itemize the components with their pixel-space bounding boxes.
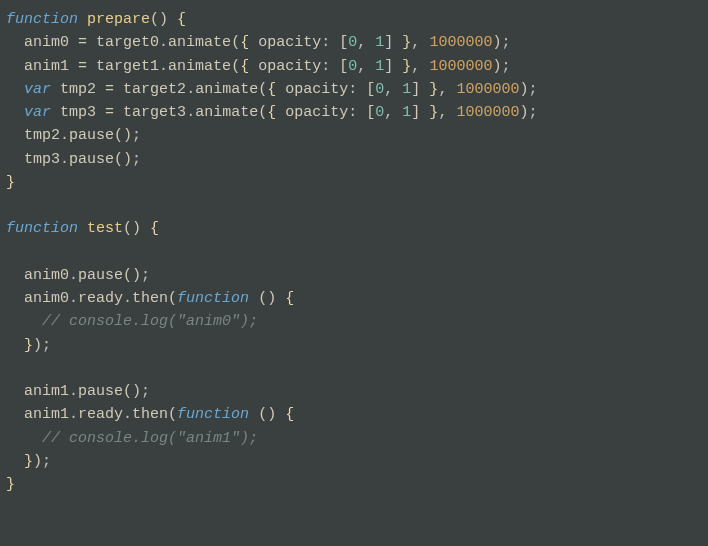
function-name-prepare: prepare [87,11,150,28]
comment-anim0: // console.log("anim0"); [42,313,258,330]
code-block: function prepare() { anim0 = target0.ani… [0,8,708,496]
obj-target3: target3 [123,104,186,121]
obj-target2: target2 [123,81,186,98]
obj-target0: target0 [96,34,159,51]
var-anim0: anim0 [24,34,69,51]
num-duration: 1000000 [429,34,492,51]
keyword-function: function [6,11,78,28]
keyword-var: var [24,81,51,98]
comment-anim1: // console.log("anim1"); [42,430,258,447]
obj-target1: target1 [96,58,159,75]
function-name-test: test [87,220,123,237]
var-tmp3: tmp3 [60,104,96,121]
var-anim1: anim1 [24,58,69,75]
var-tmp2: tmp2 [60,81,96,98]
